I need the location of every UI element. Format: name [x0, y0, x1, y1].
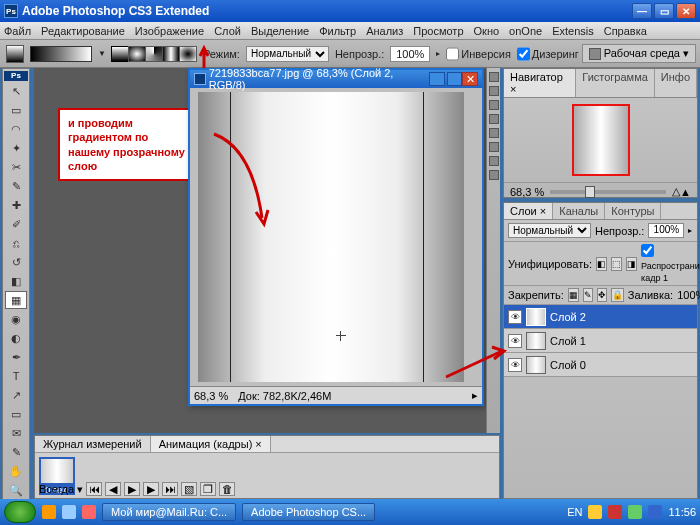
- layer-name[interactable]: Слой 1: [550, 335, 586, 347]
- brush-tool[interactable]: ✐: [5, 215, 27, 233]
- close-button[interactable]: ✕: [676, 3, 696, 19]
- start-button[interactable]: [4, 501, 36, 523]
- pen-tool[interactable]: ✒: [5, 348, 27, 366]
- menu-extensis[interactable]: Extensis: [552, 25, 594, 37]
- layer-name[interactable]: Слой 0: [550, 359, 586, 371]
- opacity-input[interactable]: 100%: [390, 46, 430, 62]
- notes-tool[interactable]: ✉: [5, 424, 27, 442]
- heal-tool[interactable]: ✚: [5, 196, 27, 214]
- doc-close-button[interactable]: ✕: [462, 72, 478, 86]
- maximize-button[interactable]: ▭: [654, 3, 674, 19]
- dither-checkbox[interactable]: Дизеринг: [517, 46, 579, 62]
- layer-opacity-input[interactable]: 100%: [648, 223, 684, 238]
- document-titlebar[interactable]: 7219833bca77.jpg @ 68,3% (Слой 2, RGB/8)…: [190, 70, 482, 88]
- gradient-reflected-icon[interactable]: [162, 46, 180, 62]
- document-canvas[interactable]: [198, 92, 464, 382]
- clock[interactable]: 11:56: [668, 506, 696, 518]
- marquee-tool[interactable]: ▭: [5, 101, 27, 119]
- dock-icon[interactable]: [489, 128, 499, 138]
- tab-channels[interactable]: Каналы: [553, 203, 605, 219]
- dock-icon[interactable]: [489, 72, 499, 82]
- visibility-icon[interactable]: 👁: [508, 334, 522, 348]
- shape-tool[interactable]: ▭: [5, 405, 27, 423]
- path-tool[interactable]: ↗: [5, 386, 27, 404]
- navigator-thumbnail[interactable]: [572, 104, 630, 176]
- menu-edit[interactable]: Редактирование: [41, 25, 125, 37]
- fill-input[interactable]: 100%: [677, 289, 700, 301]
- tab-layers[interactable]: Слои ×: [504, 203, 553, 219]
- document-window[interactable]: 7219833bca77.jpg @ 68,3% (Слой 2, RGB/8)…: [188, 68, 484, 406]
- play-icon[interactable]: ▶: [124, 482, 140, 496]
- blur-tool[interactable]: ◉: [5, 310, 27, 328]
- wand-tool[interactable]: ✦: [5, 139, 27, 157]
- dock-icon[interactable]: [489, 142, 499, 152]
- gradient-tool-icon[interactable]: [6, 45, 24, 63]
- tab-measurements[interactable]: Журнал измерений: [35, 436, 151, 452]
- gradient-tool[interactable]: ▦: [5, 291, 27, 309]
- menu-image[interactable]: Изображение: [135, 25, 204, 37]
- lock-move-icon[interactable]: ✥: [597, 288, 607, 302]
- menu-filter[interactable]: Фильтр: [319, 25, 356, 37]
- crop-tool[interactable]: ✂: [5, 158, 27, 176]
- hand-tool[interactable]: ✋: [5, 462, 27, 480]
- tab-animation[interactable]: Анимация (кадры) ×: [151, 436, 271, 452]
- eyedropper-tool[interactable]: ✎: [5, 443, 27, 461]
- menu-select[interactable]: Выделение: [251, 25, 309, 37]
- unify-icon[interactable]: ◧: [596, 257, 607, 271]
- language-indicator[interactable]: EN: [567, 506, 582, 518]
- menu-analysis[interactable]: Анализ: [366, 25, 403, 37]
- menu-help[interactable]: Справка: [604, 25, 647, 37]
- blend-mode-select[interactable]: Нормальный: [508, 223, 591, 238]
- zoom-slider[interactable]: [550, 190, 666, 194]
- lock-paint-icon[interactable]: ✎: [583, 288, 593, 302]
- visibility-icon[interactable]: 👁: [508, 310, 522, 324]
- dock-icon[interactable]: [489, 100, 499, 110]
- zoom-out-icon[interactable]: △: [672, 185, 680, 198]
- propagate-checkbox[interactable]: Распространить кадр 1: [641, 244, 700, 283]
- next-frame-icon[interactable]: ▶: [143, 482, 159, 496]
- menu-view[interactable]: Просмотр: [413, 25, 463, 37]
- layer-row[interactable]: 👁 Слой 1: [504, 329, 697, 353]
- delete-frame-icon[interactable]: 🗑: [219, 482, 235, 496]
- quicklaunch-icon[interactable]: [62, 505, 76, 519]
- zoom-value[interactable]: 68,3 %: [194, 390, 228, 402]
- zoom-in-icon[interactable]: ▲: [680, 186, 691, 198]
- taskbar-app[interactable]: Мой мир@Mail.Ru: С...: [102, 503, 236, 521]
- layer-thumbnail[interactable]: [526, 332, 546, 350]
- taskbar-app[interactable]: Adobe Photoshop CS...: [242, 503, 375, 521]
- layer-name[interactable]: Слой 2: [550, 311, 586, 323]
- dodge-tool[interactable]: ◐: [5, 329, 27, 347]
- gradient-angle-icon[interactable]: [145, 46, 163, 62]
- eraser-tool[interactable]: ◧: [5, 272, 27, 290]
- minimize-button[interactable]: —: [632, 3, 652, 19]
- mode-select[interactable]: Нормальный: [246, 46, 329, 62]
- layer-thumbnail[interactable]: [526, 356, 546, 374]
- move-tool[interactable]: ↖: [5, 82, 27, 100]
- tray-icon[interactable]: [628, 505, 642, 519]
- new-frame-icon[interactable]: ❐: [200, 482, 216, 496]
- dock-icon[interactable]: [489, 170, 499, 180]
- menu-onone[interactable]: onOne: [509, 25, 542, 37]
- tray-icon[interactable]: [608, 505, 622, 519]
- stamp-tool[interactable]: ⎌: [5, 234, 27, 252]
- tray-icon[interactable]: [648, 505, 662, 519]
- tab-info[interactable]: Инфо: [655, 69, 697, 97]
- frame-thumbnail[interactable]: [39, 457, 75, 485]
- unify-icon[interactable]: ⬚: [611, 257, 622, 271]
- zoom-tool[interactable]: 🔍: [5, 481, 27, 499]
- tab-navigator[interactable]: Навигатор ×: [504, 69, 576, 97]
- loop-select[interactable]: Всегда ▾: [39, 483, 83, 496]
- dock-icon[interactable]: [489, 156, 499, 166]
- tray-icon[interactable]: [588, 505, 602, 519]
- dock-icon[interactable]: [489, 86, 499, 96]
- doc-min-button[interactable]: [429, 72, 445, 86]
- gradient-linear-icon[interactable]: [111, 46, 129, 62]
- lock-transparent-icon[interactable]: ▦: [568, 288, 579, 302]
- visibility-icon[interactable]: 👁: [508, 358, 522, 372]
- slice-tool[interactable]: ✎: [5, 177, 27, 195]
- dropdown-icon[interactable]: ▼: [98, 49, 106, 58]
- prev-frame-icon[interactable]: ◀: [105, 482, 121, 496]
- dock-icon[interactable]: [489, 114, 499, 124]
- last-frame-icon[interactable]: ⏭: [162, 482, 178, 496]
- lock-all-icon[interactable]: 🔒: [611, 288, 624, 302]
